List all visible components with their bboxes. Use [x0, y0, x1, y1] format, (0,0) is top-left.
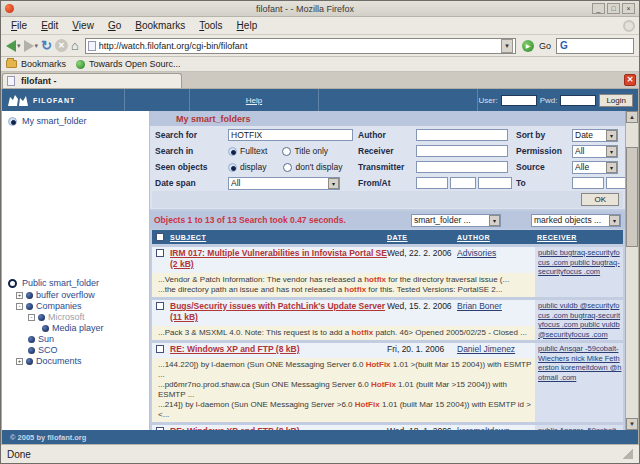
menu-view[interactable]: View — [66, 18, 100, 33]
scroll-up-icon[interactable]: ▲ — [626, 111, 638, 123]
tree-item-label[interactable]: Companies — [36, 301, 82, 311]
from-day-input[interactable] — [416, 177, 448, 189]
ok-button[interactable]: OK — [581, 193, 619, 206]
menu-go[interactable]: Go — [102, 18, 127, 33]
back-button[interactable]: ▾ — [6, 40, 21, 52]
to-month-input[interactable] — [606, 177, 625, 189]
minimize-button[interactable]: _ — [592, 3, 605, 14]
subject-link[interactable]: RE: Windows XP and FTP (8 kB) — [168, 344, 387, 355]
go-button[interactable]: Go — [539, 41, 551, 51]
sort-by-select[interactable]: Date▾ — [572, 129, 618, 142]
title-only-radio[interactable]: Title only — [282, 146, 328, 156]
bookmark-item[interactable]: Towards Open Sourc... — [89, 59, 181, 69]
column-author[interactable]: AUTHOR — [457, 234, 535, 241]
to-day-input[interactable] — [572, 177, 604, 189]
tree-item-label[interactable]: Sun — [38, 334, 54, 344]
url-text[interactable]: http://watch.filofant.org/cgi-bin/filofa… — [99, 41, 501, 51]
chevron-down-icon[interactable]: ▾ — [328, 178, 339, 189]
checkbox-icon[interactable] — [156, 233, 164, 241]
folder-ring-icon[interactable] — [8, 279, 17, 288]
chevron-down-icon[interactable]: ▾ — [606, 162, 617, 173]
pwd-field[interactable] — [560, 95, 596, 106]
expand-icon[interactable]: + — [16, 292, 23, 299]
receiver-links[interactable]: public vuldb @securityfocus .com bugtraq… — [538, 301, 620, 339]
tree-item-buffer-overflow[interactable]: +buffer overflow — [8, 290, 149, 300]
subject-link[interactable]: IRM 017: Multiple Vulnerabilities in Inf… — [168, 248, 387, 270]
tree-item-sco[interactable]: SCO — [8, 345, 149, 355]
stop-button[interactable]: ✕ — [55, 39, 68, 52]
help-link[interactable]: Help — [246, 96, 262, 105]
tree-item-microsoft[interactable]: -Microsoft — [8, 312, 149, 322]
transmitter-input[interactable] — [416, 161, 508, 173]
chevron-down-icon[interactable]: ▾ — [606, 146, 617, 157]
receiver-links[interactable]: public Ansgar -59cobalt- Wiechers nick M… — [538, 344, 622, 382]
from-year-input[interactable] — [478, 177, 512, 189]
menu-tools[interactable]: Tools — [193, 18, 228, 33]
scrollbar-track[interactable] — [626, 123, 638, 418]
chevron-down-icon[interactable]: ▾ — [606, 130, 617, 141]
tree-item-label[interactable]: SCO — [38, 345, 58, 355]
chevron-down-icon[interactable]: ▾ — [489, 215, 500, 226]
checkbox-icon[interactable] — [156, 249, 164, 257]
subject-link[interactable]: Bugs/Security issues with PatchLink's Up… — [168, 301, 387, 323]
tree-item-label[interactable]: Documents — [36, 356, 82, 366]
reload-button[interactable]: ↻ — [41, 39, 52, 52]
tree-item-label[interactable]: Media player — [52, 323, 104, 333]
my-smart-folder-label[interactable]: My smart_folder — [22, 116, 87, 126]
maximize-button[interactable]: □ — [607, 3, 620, 14]
select-all-checkbox[interactable] — [152, 233, 168, 241]
receiver-input[interactable] — [416, 145, 508, 157]
author-link[interactable]: Brian Boner — [457, 301, 502, 311]
sidebar-item-my-smart-folder[interactable]: My smart_folder — [8, 116, 149, 126]
scroll-down-icon[interactable]: ▼ — [626, 418, 638, 430]
radio-selected-icon[interactable] — [228, 163, 237, 172]
fulltext-radio[interactable]: Fulltext — [228, 146, 267, 156]
radio-icon[interactable] — [283, 163, 292, 172]
go-icon[interactable]: ▶ — [522, 40, 534, 52]
tab-filofant[interactable]: filofant - — [2, 73, 182, 88]
url-dropdown-icon[interactable]: ▾ — [501, 39, 513, 53]
expand-icon[interactable]: + — [16, 358, 23, 365]
chevron-down-icon[interactable]: ▾ — [609, 215, 620, 226]
home-button[interactable]: ⌂ — [71, 39, 79, 52]
author-link[interactable]: Daniel Jimenez — [457, 344, 515, 354]
column-subject[interactable]: SUBJECT — [168, 234, 387, 241]
tree-item-media-player[interactable]: Media player — [8, 323, 149, 333]
collapse-icon[interactable]: - — [16, 303, 23, 310]
back-dropdown-icon[interactable]: ▾ — [17, 42, 21, 50]
public-smart-folder-label[interactable]: Public smart_folder — [22, 278, 99, 288]
smart-folder-select[interactable]: smart_folder ...▾ — [411, 214, 501, 227]
tree-item-documents[interactable]: +Documents — [8, 356, 149, 366]
tree-item-sun[interactable]: Sun — [8, 334, 149, 344]
login-button[interactable]: Login — [599, 94, 633, 107]
tab-close-button[interactable]: ✕ — [624, 74, 636, 86]
close-button[interactable]: × — [622, 3, 635, 14]
dont-display-radio[interactable]: don't display — [283, 162, 342, 172]
radio-icon[interactable] — [282, 147, 291, 156]
search-engine-box[interactable]: G — [556, 38, 634, 54]
forward-button[interactable]: ▾ — [24, 40, 39, 52]
page-scrollbar[interactable]: ▲ ▼ — [625, 111, 638, 430]
menu-edit[interactable]: Edit — [35, 18, 64, 33]
from-month-input[interactable] — [450, 177, 476, 189]
tree-item-label[interactable]: buffer overflow — [36, 290, 95, 300]
tree-item-label[interactable]: Microsoft — [48, 312, 85, 322]
url-bar[interactable]: http://watch.filofant.org/cgi-bin/filofa… — [85, 38, 516, 54]
radio-selected-icon[interactable] — [8, 117, 17, 126]
checkbox-icon[interactable] — [156, 345, 164, 353]
column-date[interactable]: DATE — [387, 234, 457, 241]
menu-bookmarks[interactable]: Bookmarks — [129, 18, 191, 33]
row-checkbox[interactable] — [152, 248, 168, 257]
row-checkbox[interactable] — [152, 301, 168, 310]
date-span-select[interactable]: All▾ — [228, 177, 340, 190]
search-for-input[interactable] — [228, 129, 353, 141]
scrollbar-thumb[interactable] — [626, 147, 638, 247]
permission-select[interactable]: All▾ — [572, 145, 618, 158]
collapse-icon[interactable]: - — [28, 314, 35, 321]
window-titlebar[interactable]: filofant - - Mozilla Firefox _ □ × — [1, 1, 639, 17]
display-radio[interactable]: display — [228, 162, 266, 172]
menu-file[interactable]: File — [5, 18, 33, 33]
menu-help[interactable]: Help — [231, 18, 264, 33]
source-select[interactable]: Alle▾ — [572, 161, 618, 174]
author-input[interactable] — [416, 129, 508, 141]
